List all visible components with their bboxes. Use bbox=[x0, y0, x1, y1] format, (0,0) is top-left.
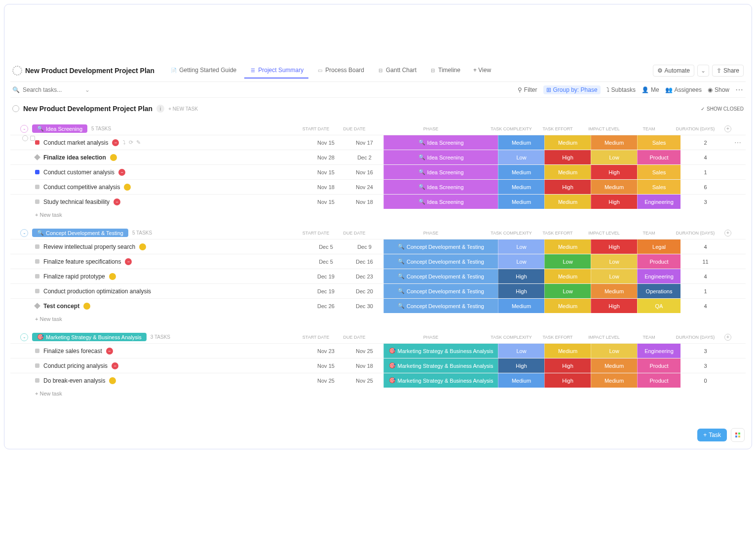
col-effort[interactable]: TASK EFFORT bbox=[534, 231, 581, 236]
complexity-cell[interactable]: Low bbox=[498, 344, 544, 358]
team-cell[interactable]: QA bbox=[637, 299, 680, 313]
task-row[interactable]: Conduct pricing analysis − Nov 15 Nov 18… bbox=[10, 358, 746, 373]
row-actions[interactable]: ⋯ bbox=[730, 135, 746, 150]
col-start-date[interactable]: START DATE bbox=[297, 231, 335, 236]
phase-pill[interactable]: 🔍Concept Development & Testing bbox=[32, 229, 128, 237]
row-actions[interactable] bbox=[730, 344, 746, 358]
col-duration[interactable]: DURATION (DAYS) bbox=[671, 231, 720, 236]
complexity-cell[interactable]: Medium bbox=[498, 165, 544, 179]
due-date-cell[interactable]: Nov 18 bbox=[345, 358, 383, 373]
duration-cell[interactable]: 1 bbox=[680, 284, 730, 298]
task-name-cell[interactable]: Finalize feature specifications − bbox=[10, 254, 306, 269]
priority-indicator[interactable] bbox=[35, 378, 39, 383]
effort-cell[interactable]: Low bbox=[544, 254, 591, 269]
tab-gantt-chart[interactable]: ⊟ Gantt Chart bbox=[372, 63, 421, 79]
row-actions[interactable] bbox=[730, 195, 746, 209]
status-badge[interactable] bbox=[109, 273, 116, 280]
priority-indicator[interactable] bbox=[35, 244, 39, 249]
phase-cell[interactable]: 🔍Idea Screening bbox=[383, 180, 498, 194]
phase-cell[interactable]: 🔍Idea Screening bbox=[383, 150, 498, 164]
status-badge[interactable] bbox=[110, 154, 117, 161]
priority-indicator[interactable] bbox=[34, 303, 40, 309]
task-name-cell[interactable]: Do break-even analysis bbox=[10, 373, 306, 388]
impact-cell[interactable]: Low bbox=[591, 150, 637, 164]
col-start-date[interactable]: START DATE bbox=[297, 335, 335, 340]
complexity-cell[interactable]: Medium bbox=[498, 299, 544, 313]
impact-cell[interactable]: Medium bbox=[591, 180, 637, 194]
priority-indicator[interactable] bbox=[35, 185, 39, 189]
row-actions[interactable] bbox=[730, 150, 746, 164]
select-checkbox[interactable] bbox=[30, 136, 35, 141]
tab-timeline[interactable]: ⊟ Timeline bbox=[424, 63, 465, 79]
effort-cell[interactable]: Medium bbox=[544, 135, 591, 150]
complexity-cell[interactable]: Low bbox=[498, 239, 544, 254]
task-row[interactable]: Conduct customer analysis − Nov 15 Nov 1… bbox=[10, 164, 746, 179]
start-date-cell[interactable]: Nov 15 bbox=[306, 135, 345, 150]
phase-cell[interactable]: 🎯Marketing Strategy & Business Analysis bbox=[383, 373, 498, 388]
task-name-cell[interactable]: Conduct customer analysis − bbox=[10, 165, 306, 179]
new-task-row[interactable]: + New task bbox=[10, 313, 746, 325]
task-row[interactable]: Conduct production optimization analysis… bbox=[10, 283, 746, 298]
collapse-toggle[interactable]: ⌄ bbox=[20, 125, 28, 133]
col-phase[interactable]: PHASE bbox=[374, 126, 488, 131]
task-row[interactable]: Do break-even analysis Nov 25 Nov 25 🎯Ma… bbox=[10, 373, 746, 388]
effort-cell[interactable]: Medium bbox=[544, 299, 591, 313]
more-menu[interactable]: ⋯ bbox=[735, 85, 744, 94]
impact-cell[interactable]: Medium bbox=[591, 284, 637, 298]
priority-indicator[interactable] bbox=[35, 140, 39, 145]
impact-cell[interactable]: Medium bbox=[591, 358, 637, 373]
effort-cell[interactable]: High bbox=[544, 180, 591, 194]
duration-cell[interactable]: 4 bbox=[680, 299, 730, 313]
duration-cell[interactable]: 0 bbox=[680, 373, 730, 388]
due-date-cell[interactable]: Nov 16 bbox=[345, 165, 383, 179]
task-name-cell[interactable]: Conduct market analysis − ⤵ ⟳ ✎ bbox=[10, 135, 306, 150]
impact-cell[interactable]: Low bbox=[591, 344, 637, 358]
complexity-cell[interactable]: Medium bbox=[498, 373, 544, 388]
team-cell[interactable]: Sales bbox=[637, 135, 680, 150]
priority-indicator[interactable] bbox=[35, 274, 39, 278]
team-cell[interactable]: Sales bbox=[637, 180, 680, 194]
task-name-cell[interactable]: Review intellectual property search bbox=[10, 239, 306, 254]
status-badge[interactable] bbox=[124, 184, 131, 191]
complete-toggle[interactable] bbox=[22, 135, 28, 141]
duration-cell[interactable]: 11 bbox=[680, 254, 730, 269]
due-date-cell[interactable]: Dec 23 bbox=[345, 269, 383, 283]
start-date-cell[interactable]: Dec 26 bbox=[306, 299, 345, 313]
team-cell[interactable]: Product bbox=[637, 254, 680, 269]
priority-indicator[interactable] bbox=[35, 199, 39, 204]
filter-button[interactable]: ⚲ Filter bbox=[518, 86, 537, 93]
phase-cell[interactable]: 🔍Concept Development & Testing bbox=[383, 299, 498, 313]
subtask-icon[interactable]: ⤵ bbox=[123, 139, 126, 146]
task-name-cell[interactable]: Test concept bbox=[10, 299, 306, 313]
info-badge[interactable]: i bbox=[156, 105, 164, 113]
row-actions[interactable] bbox=[730, 165, 746, 179]
start-date-cell[interactable]: Dec 19 bbox=[306, 284, 345, 298]
task-row[interactable]: Finalize idea selection Nov 28 Dec 2 🔍Id… bbox=[10, 150, 746, 164]
new-task-row[interactable]: + New task bbox=[10, 388, 746, 399]
task-row[interactable]: Study technical feasibility − Nov 15 Nov… bbox=[10, 194, 746, 209]
team-cell[interactable]: Product bbox=[637, 373, 680, 388]
effort-cell[interactable]: Medium bbox=[544, 165, 591, 179]
duration-cell[interactable]: 2 bbox=[680, 135, 730, 150]
task-row[interactable]: Finalize sales forecast − Nov 23 Nov 25 … bbox=[10, 343, 746, 358]
add-column[interactable]: + bbox=[720, 125, 736, 132]
col-duration[interactable]: DURATION (DAYS) bbox=[671, 335, 720, 340]
effort-cell[interactable]: Medium bbox=[544, 239, 591, 254]
col-due-date[interactable]: DUE DATE bbox=[335, 335, 374, 340]
effort-cell[interactable]: Medium bbox=[544, 344, 591, 358]
add-column[interactable]: + bbox=[720, 230, 736, 237]
team-cell[interactable]: Engineering bbox=[637, 344, 680, 358]
duration-cell[interactable]: 1 bbox=[680, 165, 730, 179]
share-button[interactable]: ⇪ Share bbox=[712, 65, 744, 77]
tab-getting-started[interactable]: 📄 Getting Started Guide bbox=[165, 63, 241, 79]
impact-cell[interactable]: Medium bbox=[591, 373, 637, 388]
col-effort[interactable]: TASK EFFORT bbox=[534, 335, 581, 340]
col-due-date[interactable]: DUE DATE bbox=[335, 231, 374, 236]
complexity-cell[interactable]: Medium bbox=[498, 135, 544, 150]
priority-indicator[interactable] bbox=[35, 289, 39, 293]
show-button[interactable]: ◉ Show bbox=[708, 86, 729, 93]
team-cell[interactable]: Engineering bbox=[637, 195, 680, 209]
start-date-cell[interactable]: Nov 15 bbox=[306, 165, 345, 179]
effort-cell[interactable]: High bbox=[544, 150, 591, 164]
duration-cell[interactable]: 3 bbox=[680, 195, 730, 209]
